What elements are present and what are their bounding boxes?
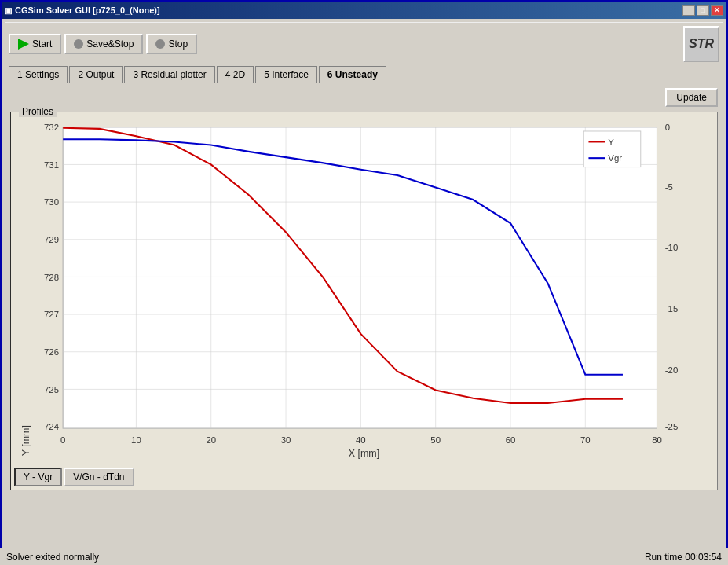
tab-output[interactable]: 2 Output bbox=[69, 66, 123, 83]
start-icon bbox=[18, 39, 29, 50]
tab-interface[interactable]: 5 Interface bbox=[255, 66, 317, 83]
svg-text:727: 727 bbox=[44, 310, 59, 319]
svg-text:0: 0 bbox=[60, 435, 65, 445]
svg-text:Y: Y bbox=[608, 138, 614, 147]
main-panel: Update Profiles bbox=[5, 83, 723, 565]
update-button[interactable]: Update bbox=[665, 88, 718, 107]
svg-text:80: 80 bbox=[652, 435, 662, 445]
title-bar: ▣ CGSim Solver GUI [p725_0_(None)] _ □ ✕ bbox=[2, 2, 726, 19]
svg-text:731: 731 bbox=[44, 160, 59, 170]
tab-2d[interactable]: 4 2D bbox=[217, 66, 254, 83]
window-controls: _ □ ✕ bbox=[682, 5, 723, 16]
close-button[interactable]: ✕ bbox=[711, 5, 723, 16]
svg-text:726: 726 bbox=[44, 347, 59, 357]
status-right: Run time 00:03:54 bbox=[645, 552, 722, 563]
svg-text:-10: -10 bbox=[665, 243, 678, 252]
svg-text:732: 732 bbox=[44, 123, 59, 132]
minimize-button[interactable]: _ bbox=[682, 5, 695, 16]
save-stop-icon bbox=[74, 39, 83, 49]
svg-text:40: 40 bbox=[356, 435, 366, 445]
app-icon: ▣ bbox=[5, 6, 12, 15]
toolbar-left: Start Save&Stop Stop bbox=[9, 34, 197, 54]
tab-residual[interactable]: 3 Residual plotter bbox=[124, 66, 214, 83]
maximize-button[interactable]: □ bbox=[697, 5, 709, 16]
chart-area: 732 731 730 729 728 727 726 725 724 0 -5… bbox=[14, 117, 714, 463]
svg-text:70: 70 bbox=[580, 435, 591, 445]
svg-text:-20: -20 bbox=[665, 365, 678, 375]
bottom-tab-vgn[interactable]: V/Gn - dTdn bbox=[64, 468, 134, 486]
start-label: Start bbox=[32, 39, 52, 50]
svg-text:10: 10 bbox=[131, 435, 141, 445]
svg-text:20: 20 bbox=[206, 435, 216, 445]
svg-text:Vgr: Vgr bbox=[608, 153, 622, 163]
stop-icon bbox=[155, 39, 165, 49]
start-button[interactable]: Start bbox=[9, 34, 61, 54]
stop-button[interactable]: Stop bbox=[146, 34, 197, 54]
svg-text:30: 30 bbox=[281, 435, 291, 445]
stop-label: Stop bbox=[168, 39, 188, 50]
svg-text:730: 730 bbox=[44, 197, 59, 207]
str-logo: STR bbox=[683, 26, 719, 62]
tab-bar: 1 Settings 2 Output 3 Residual plotter 4… bbox=[5, 62, 723, 83]
svg-text:0: 0 bbox=[665, 123, 670, 132]
update-row: Update bbox=[10, 88, 718, 107]
svg-text:725: 725 bbox=[44, 385, 59, 394]
bottom-tabs: Y - Vgr V/Gn - dTdn bbox=[14, 468, 714, 486]
svg-text:728: 728 bbox=[44, 273, 59, 282]
svg-text:-15: -15 bbox=[665, 304, 678, 314]
save-stop-label: Save&Stop bbox=[86, 39, 134, 50]
status-left: Solver exited normally bbox=[6, 552, 99, 563]
save-stop-button[interactable]: Save&Stop bbox=[64, 34, 143, 54]
status-bar: Solver exited normally Run time 00:03:54 bbox=[0, 548, 728, 565]
profiles-box: Profiles bbox=[10, 112, 718, 490]
window-title: CGSim Solver GUI [p725_0_(None)] bbox=[15, 6, 160, 15]
profiles-label: Profiles bbox=[19, 106, 57, 117]
svg-text:60: 60 bbox=[506, 435, 516, 445]
svg-text:729: 729 bbox=[44, 235, 59, 244]
svg-text:Y [mm]: Y [mm] bbox=[20, 425, 31, 456]
svg-text:50: 50 bbox=[430, 435, 441, 445]
chart-svg: 732 731 730 729 728 727 726 725 724 0 -5… bbox=[14, 117, 714, 463]
tab-unsteady[interactable]: 6 Unsteady bbox=[319, 66, 386, 83]
svg-text:724: 724 bbox=[44, 422, 59, 431]
bottom-tab-y-vgr[interactable]: Y - Vgr bbox=[14, 468, 62, 486]
toolbar: Start Save&Stop Stop STR bbox=[5, 22, 723, 62]
svg-text:-5: -5 bbox=[665, 182, 673, 192]
tab-settings[interactable]: 1 Settings bbox=[9, 66, 68, 83]
svg-text:-25: -25 bbox=[665, 422, 678, 431]
svg-rect-0 bbox=[63, 127, 657, 428]
svg-text:X [mm]: X [mm] bbox=[349, 448, 379, 459]
